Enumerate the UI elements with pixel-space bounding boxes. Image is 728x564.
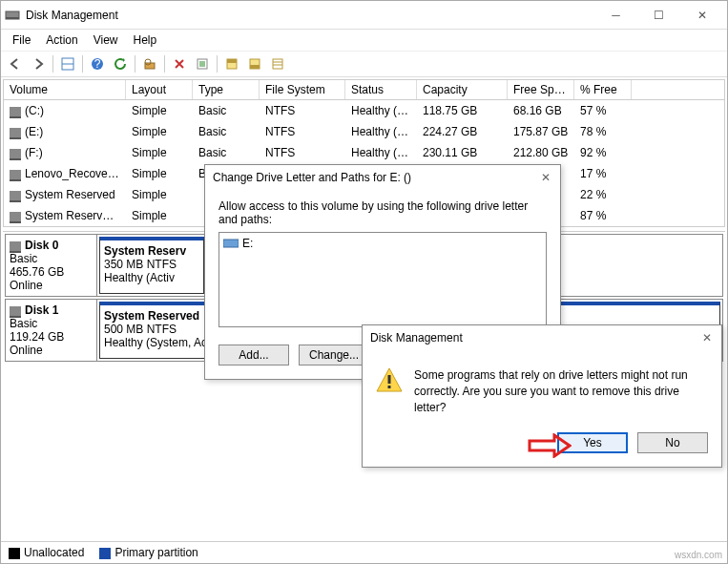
legend-primary: Primary partition — [99, 546, 198, 559]
svg-rect-19 — [223, 240, 239, 247]
list-item[interactable]: E: — [223, 237, 542, 250]
close-button[interactable]: ✕ — [680, 2, 723, 29]
col-filesystem[interactable]: File System — [260, 80, 345, 99]
view-panes-icon[interactable] — [57, 53, 78, 74]
svg-rect-21 — [388, 386, 391, 388]
col-capacity[interactable]: Capacity — [417, 80, 508, 99]
col-type[interactable]: Type — [193, 80, 260, 99]
table-row[interactable]: (E:)SimpleBasicNTFSHealthy (P...224.27 G… — [4, 121, 724, 142]
list-item-label: E: — [242, 237, 253, 250]
svg-rect-15 — [250, 65, 260, 69]
change-button[interactable]: Change... — [299, 345, 369, 366]
legend: Unallocated Primary partition — [1, 541, 727, 563]
minimize-button[interactable]: ─ — [594, 2, 637, 29]
window-title: Disk Management — [26, 9, 594, 22]
svg-rect-16 — [273, 59, 282, 69]
disk-label[interactable]: Disk 0Basic465.76 GBOnline — [6, 235, 97, 296]
toolbar: ? — [1, 51, 727, 77]
disk-bottom-icon[interactable] — [244, 53, 265, 74]
maximize-button[interactable]: ☐ — [637, 2, 680, 29]
properties-icon[interactable] — [192, 53, 213, 74]
back-icon[interactable] — [5, 53, 26, 74]
settings-icon[interactable] — [139, 53, 160, 74]
confirm-titlebar: Disk Management ✕ — [363, 325, 721, 350]
legend-unallocated: Unallocated — [9, 546, 84, 559]
confirm-title: Disk Management — [370, 331, 700, 345]
dialog-title: Change Drive Letter and Paths for E: () — [213, 171, 539, 184]
drive-paths-listbox[interactable]: E: — [218, 232, 547, 327]
col-layout[interactable]: Layout — [126, 80, 193, 99]
dialog-message: Allow access to this volume by using the… — [218, 199, 547, 226]
help-icon[interactable]: ? — [87, 53, 108, 74]
table-row[interactable]: (C:)SimpleBasicNTFSHealthy (B...118.75 G… — [4, 100, 724, 121]
disk-list-icon[interactable] — [267, 53, 288, 74]
titlebar: Disk Management ─ ☐ ✕ — [1, 1, 727, 30]
refresh-icon[interactable] — [110, 53, 131, 74]
annotation-arrow — [528, 433, 572, 458]
delete-icon[interactable] — [169, 53, 190, 74]
menubar: File Action View Help — [1, 30, 727, 51]
dialog-titlebar: Change Drive Letter and Paths for E: () … — [205, 165, 560, 190]
svg-rect-1 — [6, 17, 19, 19]
col-volume[interactable]: Volume — [4, 80, 126, 99]
col-percentfree[interactable]: % Free — [574, 80, 632, 99]
menu-help[interactable]: Help — [126, 31, 165, 49]
confirm-close-icon[interactable]: ✕ — [700, 331, 714, 345]
dialog-close-icon[interactable]: ✕ — [539, 171, 552, 184]
svg-text:?: ? — [94, 57, 101, 71]
forward-icon[interactable] — [28, 53, 49, 74]
add-button[interactable]: Add... — [218, 345, 289, 366]
watermark: wsxdn.com — [675, 550, 722, 560]
no-button[interactable]: No — [637, 432, 708, 453]
disk-label[interactable]: Disk 1Basic119.24 GBOnline — [6, 300, 97, 361]
grid-header: Volume Layout Type File System Status Ca… — [4, 80, 724, 100]
menu-view[interactable]: View — [86, 31, 126, 49]
menu-file[interactable]: File — [5, 31, 38, 49]
col-freespace[interactable]: Free Spa... — [508, 80, 574, 99]
partition[interactable]: System Reserv350 MB NTFSHealthy (Activ — [99, 237, 204, 294]
warning-icon — [376, 367, 403, 392]
app-icon — [5, 8, 20, 23]
col-status[interactable]: Status — [345, 80, 417, 99]
confirm-message: Some programs that rely on drive letters… — [414, 367, 708, 415]
drive-icon — [223, 238, 239, 249]
svg-rect-20 — [388, 375, 391, 384]
disk-top-icon[interactable] — [221, 53, 242, 74]
svg-rect-13 — [227, 59, 237, 63]
menu-action[interactable]: Action — [38, 31, 85, 49]
table-row[interactable]: (F:)SimpleBasicNTFSHealthy (P...230.11 G… — [4, 142, 724, 163]
